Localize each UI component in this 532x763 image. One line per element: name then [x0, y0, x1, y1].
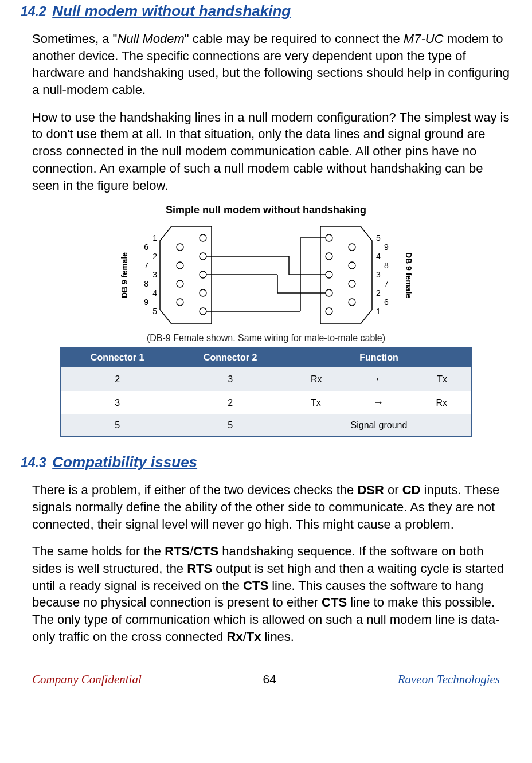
footer-confidential: Company Confidential: [32, 672, 142, 687]
svg-point-10: [177, 244, 183, 251]
section-14-3-para1: There is a problem, if either of the two…: [21, 482, 511, 533]
svg-text:3: 3: [376, 270, 381, 279]
svg-text:9: 9: [144, 298, 148, 307]
footer-page-number: 64: [263, 672, 276, 686]
svg-point-0: [200, 234, 206, 241]
null-modem-svg: DB 9 female DB 9 female 1 2 3 4 5 6 7 8 …: [117, 221, 415, 330]
table-row: 2 3 Rx ← Tx: [60, 367, 472, 391]
svg-text:4: 4: [152, 288, 157, 298]
svg-text:8: 8: [384, 261, 389, 270]
svg-text:1: 1: [152, 233, 157, 242]
svg-text:6: 6: [144, 242, 148, 252]
svg-point-22: [326, 271, 332, 278]
svg-text:1: 1: [376, 307, 381, 316]
section-14-2-title: Null modem without handshaking: [52, 2, 291, 19]
svg-text:7: 7: [384, 279, 389, 288]
svg-text:5: 5: [376, 233, 381, 242]
svg-text:5: 5: [152, 307, 157, 316]
th-connector2: Connector 2: [174, 347, 287, 367]
right-connector-label: DB 9 female: [404, 252, 413, 298]
th-function: Function: [287, 347, 472, 367]
page-footer: Company Confidential 64 Raveon Technolog…: [21, 655, 511, 692]
arrow-left-icon: ←: [374, 373, 385, 385]
svg-text:2: 2: [376, 288, 381, 298]
section-14-2-number: 14.2: [21, 4, 46, 19]
section-14-2-heading: 14.2 Null modem without handshaking: [21, 2, 511, 20]
null-modem-diagram: DB 9 female DB 9 female 1 2 3 4 5 6 7 8 …: [21, 221, 511, 330]
svg-point-26: [326, 308, 332, 315]
arrow-right-icon: →: [373, 397, 384, 409]
svg-point-8: [200, 308, 206, 315]
table-row: 5 5 Signal ground: [60, 414, 472, 437]
svg-point-16: [177, 299, 183, 306]
svg-point-14: [177, 280, 183, 287]
svg-point-32: [349, 280, 355, 287]
svg-point-34: [349, 299, 355, 306]
section-14-3-number: 14.3: [21, 455, 46, 470]
svg-point-18: [326, 234, 332, 241]
svg-text:9: 9: [384, 242, 389, 252]
svg-point-28: [349, 244, 355, 251]
svg-text:3: 3: [152, 270, 157, 279]
svg-point-24: [326, 289, 332, 296]
section-14-2-para2: How to use the handshaking lines in a nu…: [21, 109, 511, 194]
figure-caption: (DB-9 Female shown. Same wiring for male…: [21, 333, 511, 343]
svg-text:7: 7: [144, 261, 148, 270]
svg-point-20: [326, 253, 332, 260]
th-connector1: Connector 1: [60, 347, 174, 367]
section-14-2-para1: Sometimes, a "Null Modem" cable may be r…: [21, 30, 511, 99]
svg-point-2: [200, 253, 206, 260]
svg-text:4: 4: [376, 252, 381, 261]
svg-point-6: [200, 289, 206, 296]
section-14-3-para2: The same holds for the RTS/CTS handshaki…: [21, 543, 511, 645]
pinout-table: Connector 1 Connector 2 Function 2 3 Rx …: [60, 347, 472, 437]
svg-point-4: [200, 271, 206, 278]
svg-text:8: 8: [144, 279, 148, 288]
table-row: 3 2 Tx → Rx: [60, 391, 472, 414]
section-14-3-title: Compatibility issues: [52, 453, 197, 471]
svg-point-12: [177, 262, 183, 269]
left-connector-label: DB 9 female: [120, 252, 129, 298]
section-14-3-heading: 14.3 Compatibility issues: [21, 453, 511, 471]
svg-point-30: [349, 262, 355, 269]
footer-company: Raveon Technologies: [398, 672, 500, 687]
svg-text:6: 6: [384, 298, 389, 307]
figure-title: Simple null modem without handshaking: [21, 204, 511, 216]
svg-text:2: 2: [152, 252, 157, 261]
